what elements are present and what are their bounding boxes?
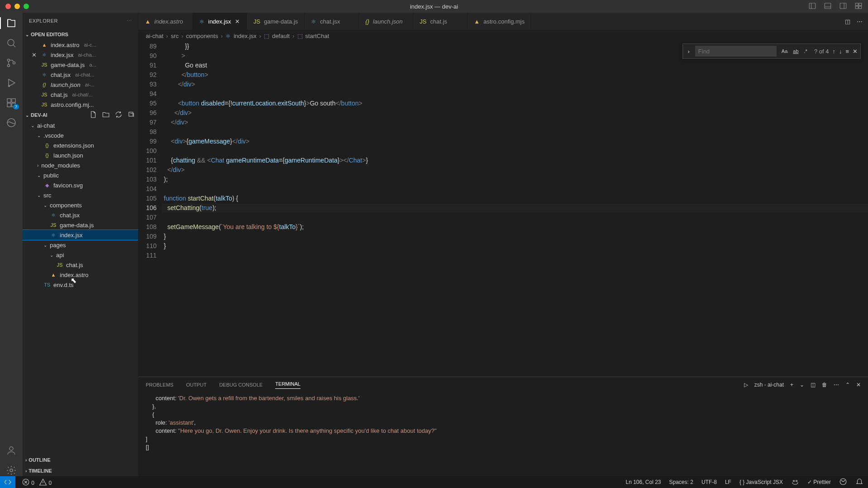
split-terminal-icon[interactable]: ◫ xyxy=(811,382,816,388)
toggle-sidebar-icon[interactable] xyxy=(808,2,816,11)
edge-icon[interactable] xyxy=(5,117,17,129)
editor-tab[interactable]: {}launch.json xyxy=(359,13,413,30)
folder-item[interactable]: ›node_modules xyxy=(23,160,138,170)
copilot-icon[interactable] xyxy=(791,478,799,487)
open-editor-item[interactable]: JSastro.config.mj... xyxy=(23,100,138,110)
maximize-panel-icon[interactable]: ⌃ xyxy=(845,382,850,388)
refresh-icon[interactable] xyxy=(114,110,123,120)
prettier-status[interactable]: ✓ Prettier xyxy=(807,479,831,485)
folder-item[interactable]: ⌄.vscode xyxy=(23,130,138,140)
terminal-dropdown-icon[interactable]: ⌄ xyxy=(800,382,804,388)
find-input[interactable] xyxy=(695,46,777,57)
code-content[interactable]: }} > Go east </button> </div> <button di… xyxy=(164,42,868,377)
remote-indicator[interactable] xyxy=(0,476,15,488)
match-case-icon[interactable]: Aa xyxy=(780,46,789,57)
terminal-launch-icon[interactable]: ▷ xyxy=(744,382,748,388)
eol[interactable]: LF xyxy=(725,479,731,485)
file-item[interactable]: ▲index.astro xyxy=(23,270,138,280)
editor-tab[interactable]: ▲astro.config.mjs xyxy=(467,13,531,30)
breadcrumbs[interactable]: ai-chat› src› components› ⚛ index.jsx› ⬚… xyxy=(138,30,868,42)
terminal-content[interactable]: content: 'Dr. Owen gets a refill from th… xyxy=(138,392,868,476)
customize-layout-icon[interactable] xyxy=(854,2,863,11)
open-editor-item[interactable]: ✕⚛index.jsxai-cha... xyxy=(23,50,138,60)
close-panel-icon[interactable]: ✕ xyxy=(856,382,861,388)
open-editor-item[interactable]: ⚛chat.jsxai-chat... xyxy=(23,70,138,80)
tab-problems[interactable]: PROBLEMS xyxy=(146,382,173,388)
maximize-window[interactable] xyxy=(24,4,29,9)
language-mode[interactable]: { } JavaScript JSX xyxy=(739,479,783,485)
errors-warnings[interactable]: 0 0 xyxy=(22,478,52,486)
open-editor-item[interactable]: JSgame-data.jsa... xyxy=(23,60,138,70)
folder-item[interactable]: ⌄api xyxy=(23,250,138,260)
close-tab-icon[interactable]: ✕ xyxy=(235,18,240,25)
open-editors-header[interactable]: ⌄ OPEN EDITORS xyxy=(23,29,138,40)
open-editor-item[interactable]: ▲index.astroai-c... xyxy=(23,40,138,50)
expand-find-icon[interactable]: › xyxy=(686,47,691,56)
file-item[interactable]: ⚛chat.jsx xyxy=(23,210,138,220)
collapse-all-icon[interactable] xyxy=(127,110,135,120)
cursor-position[interactable]: Ln 106, Col 23 xyxy=(625,479,661,485)
explorer-more-icon[interactable]: ⋯ xyxy=(127,18,132,24)
close-window[interactable] xyxy=(5,4,11,9)
file-item[interactable]: ⚛index.jsx xyxy=(23,230,138,240)
match-word-icon[interactable]: ab xyxy=(792,46,800,57)
run-debug-icon[interactable] xyxy=(5,77,17,89)
file-item[interactable]: JSchat.js xyxy=(23,260,138,270)
editor-tab[interactable]: ⚛chat.jsx xyxy=(305,13,359,30)
more-actions-icon[interactable]: ⋯ xyxy=(834,382,839,388)
settings-gear-icon[interactable] xyxy=(5,464,17,476)
folder-item[interactable]: ⌄pages xyxy=(23,240,138,250)
terminal-shell-label[interactable]: zsh - ai-chat xyxy=(754,382,784,388)
tab-debug-console[interactable]: DEBUG CONSOLE xyxy=(219,382,262,388)
toggle-secondary-icon[interactable] xyxy=(839,2,847,11)
folder-item[interactable]: ⌄public xyxy=(23,170,138,180)
editor-tab[interactable]: ▲index.astro xyxy=(138,13,193,30)
open-editor-item[interactable]: {}launch.jsonai-... xyxy=(23,80,138,90)
encoding[interactable]: UTF-8 xyxy=(701,479,717,485)
file-item[interactable]: ◆favicon.svg xyxy=(23,180,138,190)
breadcrumb-item[interactable]: default xyxy=(272,33,290,39)
indentation[interactable]: Spaces: 2 xyxy=(669,479,693,485)
notifications-icon[interactable] xyxy=(855,478,863,487)
regex-icon[interactable]: .* xyxy=(803,46,809,57)
prev-match-icon[interactable]: ↑ xyxy=(832,47,835,56)
explorer-icon[interactable] xyxy=(5,17,17,29)
breadcrumb-item[interactable]: src xyxy=(171,33,178,39)
find-in-selection-icon[interactable]: ≡ xyxy=(845,47,849,56)
open-editor-item[interactable]: JSchat.jsai-chat/... xyxy=(23,90,138,100)
timeline-header[interactable]: › TIMELINE xyxy=(23,465,138,476)
project-header[interactable]: ⌄ DEV-AI xyxy=(23,110,138,120)
extensions-icon[interactable]: 7 xyxy=(5,97,17,109)
next-match-icon[interactable]: ↓ xyxy=(839,47,842,56)
account-icon[interactable] xyxy=(5,445,17,456)
tab-terminal[interactable]: TERMINAL xyxy=(275,381,300,389)
folder-item[interactable]: ⌄ai-chat xyxy=(23,120,138,130)
new-file-icon[interactable] xyxy=(89,110,97,120)
outline-header[interactable]: › OUTLINE xyxy=(23,455,138,465)
file-item[interactable]: JSgame-data.js xyxy=(23,220,138,230)
folder-item[interactable]: ⌄src xyxy=(23,190,138,200)
file-item[interactable]: TSenv.d.ts xyxy=(23,280,138,290)
code-editor[interactable]: 8990919293949596979899100101102103104105… xyxy=(138,42,868,377)
more-actions-icon[interactable]: ⋯ xyxy=(857,18,863,25)
new-folder-icon[interactable] xyxy=(102,110,110,120)
tab-output[interactable]: OUTPUT xyxy=(186,382,206,388)
search-icon[interactable] xyxy=(5,37,17,49)
editor-tab[interactable]: ⚛index.jsx✕ xyxy=(193,13,247,30)
close-find-icon[interactable]: ✕ xyxy=(853,47,858,56)
toggle-panel-icon[interactable] xyxy=(824,2,832,11)
breadcrumb-item[interactable]: ai-chat xyxy=(146,33,163,39)
file-item[interactable]: {}launch.json xyxy=(23,150,138,160)
feedback-icon[interactable] xyxy=(839,478,847,487)
editor-tab[interactable]: JSchat.js xyxy=(413,13,467,30)
breadcrumb-item[interactable]: startChat xyxy=(305,33,329,39)
source-control-icon[interactable] xyxy=(5,57,17,69)
file-item[interactable]: {}extensions.json xyxy=(23,140,138,150)
split-editor-icon[interactable]: ◫ xyxy=(845,18,850,25)
close-icon[interactable]: ✕ xyxy=(32,52,38,58)
folder-item[interactable]: ⌄components xyxy=(23,200,138,210)
new-terminal-icon[interactable]: + xyxy=(790,382,793,388)
editor-tab[interactable]: JSgame-data.js xyxy=(247,13,305,30)
kill-terminal-icon[interactable]: 🗑 xyxy=(822,382,827,388)
breadcrumb-item[interactable]: components xyxy=(186,33,218,39)
